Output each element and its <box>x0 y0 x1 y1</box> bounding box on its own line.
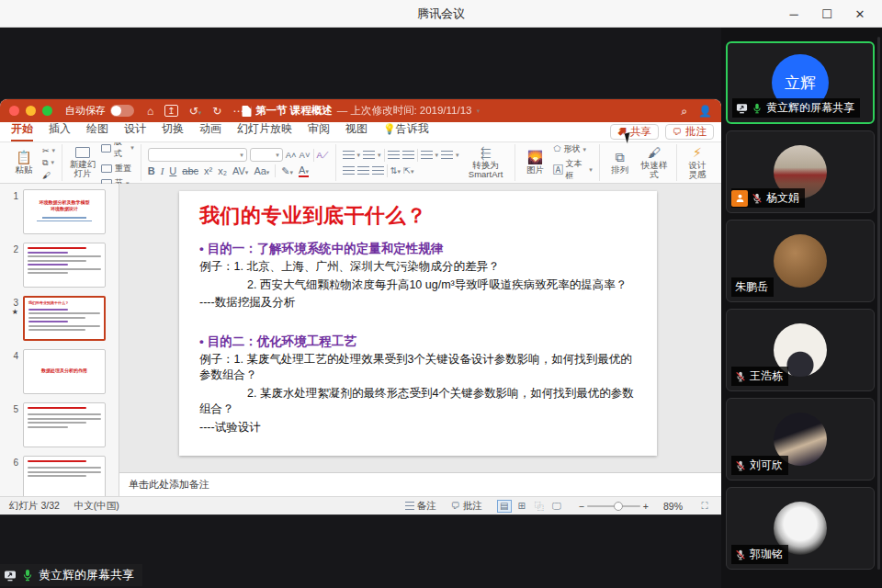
notes-button[interactable]: 备注 <box>405 500 436 513</box>
superscript-button[interactable]: x² <box>204 165 212 176</box>
tab-transitions[interactable]: 切换 <box>162 121 184 141</box>
thumbnail-row-1[interactable]: 1 环境数据分析及数学模型 环境数据设计 <box>0 189 119 234</box>
mac-close-icon[interactable] <box>9 106 19 116</box>
font-color-icon[interactable]: A▾ <box>299 164 309 177</box>
participant-tile[interactable]: 朱鹏岳 <box>726 220 875 302</box>
bold-button[interactable]: B <box>148 165 155 176</box>
thumbnail-row-2[interactable]: 2 <box>0 243 119 288</box>
maximize-icon[interactable]: ☐ <box>810 0 843 28</box>
screenshare-icon <box>4 569 17 582</box>
cut-icon[interactable]: ✂▾ <box>42 146 55 155</box>
reset-button[interactable]: 重置 <box>101 163 134 175</box>
fit-to-window-icon[interactable]: ⛶ <box>697 500 712 513</box>
grow-font-icon[interactable]: A˄ <box>286 150 297 160</box>
normal-view-button[interactable]: ▤ <box>497 500 512 513</box>
slide-thumbnail[interactable]: 环境数据分析及数学模型 环境数据设计 <box>23 189 106 234</box>
indent-increase-icon[interactable] <box>402 151 414 160</box>
slide-thumbnail[interactable]: 数据处理及分析的作用 <box>23 349 106 394</box>
reading-view-button[interactable]: ⿻ <box>532 500 547 513</box>
autosave-toggle[interactable] <box>110 105 134 117</box>
tab-slideshow[interactable]: 幻灯片放映 <box>237 121 292 141</box>
text-direction-icon[interactable]: ⇅▾ <box>390 165 401 175</box>
strikethrough-button[interactable]: abc <box>182 165 198 176</box>
close-icon[interactable]: ✕ <box>843 0 876 28</box>
bullets-icon[interactable] <box>343 151 355 160</box>
design-ideas-button[interactable]: ⚡ 设计灵感 <box>684 146 711 179</box>
comment-button[interactable]: 🗩 批注 <box>665 124 714 140</box>
clear-format-icon[interactable]: A⟋ <box>317 150 329 161</box>
zoom-slider[interactable] <box>587 505 640 507</box>
language-indicator[interactable]: 中文(中国) <box>74 500 119 513</box>
format-painter-icon[interactable]: 🖌 <box>42 171 55 180</box>
redo-icon[interactable]: ↻ <box>212 105 221 118</box>
share-user-icon[interactable]: 👤 <box>698 105 712 118</box>
arrange-button[interactable]: ⧉ 排列 <box>606 151 634 175</box>
home-icon[interactable]: ⌂ <box>147 105 153 118</box>
align-left-icon[interactable] <box>343 166 355 175</box>
shrink-font-icon[interactable]: A˅ <box>300 150 311 160</box>
font-select[interactable]: ▾ <box>148 148 247 162</box>
text-highlight-icon[interactable]: ✎▾ <box>281 165 293 177</box>
zoom-out-button[interactable]: − <box>579 501 584 512</box>
slide-sorter-button[interactable]: ⊞ <box>514 500 529 513</box>
italic-button[interactable]: I <box>161 165 164 176</box>
tab-tellme[interactable]: 💡告诉我 <box>383 121 429 141</box>
tab-home[interactable]: 开始 <box>11 121 33 141</box>
comments-button[interactable]: 🗩批注 <box>451 500 482 513</box>
picture-button[interactable]: 🌄 图片 <box>522 151 549 175</box>
columns-icon[interactable] <box>441 151 453 160</box>
slide-thumbnail[interactable] <box>23 243 106 288</box>
participant-tile[interactable]: 王浩栋 <box>726 309 875 391</box>
paste-button[interactable]: 📋 粘贴 <box>10 151 38 175</box>
mac-minimize-icon[interactable] <box>26 106 36 116</box>
tab-draw[interactable]: 绘图 <box>86 121 108 141</box>
share-button[interactable]: 🢅 共享 <box>610 124 659 140</box>
save-icon[interactable]: ↥ <box>164 105 177 117</box>
slide-thumbnail-selected[interactable]: 我们的专业到底干什么？ <box>23 296 106 341</box>
font-size-select[interactable]: ▾ <box>250 148 283 162</box>
notes-placeholder: 单击此处添加备注 <box>129 478 209 492</box>
align-justify-icon[interactable] <box>372 166 384 175</box>
new-slide-button[interactable]: 新建幻灯片 <box>69 147 96 178</box>
textbox-button[interactable]: 🄰文本框▾ <box>554 158 593 182</box>
tab-insert[interactable]: 插入 <box>49 121 71 141</box>
current-slide[interactable]: 我们的专业到底干什么？ •目的一：了解环境系统中的定量和定性规律 例子：1. 北… <box>179 191 657 456</box>
thumbnail-row-6[interactable]: 6 <box>0 456 119 496</box>
participant-tile[interactable]: 杨文娟 <box>726 130 875 213</box>
subscript-button[interactable]: x₂ <box>218 165 227 176</box>
tab-animations[interactable]: 动画 <box>199 121 221 141</box>
search-icon[interactable]: ⌕ <box>681 105 687 118</box>
chevron-down-icon[interactable]: ▾ <box>476 107 480 115</box>
slideshow-button[interactable]: 🖵 <box>549 500 564 513</box>
zoom-in-button[interactable]: + <box>643 501 649 512</box>
participant-tile[interactable]: 刘可欣 <box>726 398 875 481</box>
convert-smartart-button[interactable]: ⬱ 转换为SmartArt <box>464 146 508 179</box>
undo-icon[interactable]: ↺▾ <box>189 105 202 118</box>
mac-zoom-icon[interactable] <box>42 106 52 116</box>
participant-tile[interactable]: 郭珈铭 <box>726 487 875 570</box>
minimize-icon[interactable]: ─ <box>777 0 810 28</box>
participant-tile-sharer[interactable]: 立辉 黄立辉的屏幕共享 <box>726 41 875 124</box>
quick-styles-button[interactable]: 🖌 快速样式 <box>639 146 670 179</box>
tab-review[interactable]: 审阅 <box>308 121 330 141</box>
char-spacing-button[interactable]: AV▾ <box>232 165 248 176</box>
align-text-icon[interactable]: ⇱▾ <box>403 165 413 175</box>
underline-button[interactable]: U <box>169 165 176 176</box>
line-spacing-icon[interactable] <box>421 151 433 160</box>
align-center-icon[interactable] <box>357 166 369 175</box>
slide-thumbnail[interactable] <box>23 402 106 447</box>
zoom-level[interactable]: 89% <box>663 501 683 512</box>
notes-pane[interactable]: 单击此处添加备注 <box>119 472 721 496</box>
tab-view[interactable]: 视图 <box>345 121 368 141</box>
tab-design[interactable]: 设计 <box>124 121 146 141</box>
copy-icon[interactable]: ⧉▾ <box>42 158 55 168</box>
sidebar-scrollbar[interactable] <box>877 37 880 570</box>
thumbnail-row-5[interactable]: 5 <box>0 402 119 447</box>
thumbnail-row-4[interactable]: 4 数据处理及分析的作用 <box>0 349 119 394</box>
slide-thumbnail[interactable] <box>23 456 106 496</box>
numbering-icon[interactable] <box>363 151 375 160</box>
change-case-button[interactable]: Aa▾ <box>254 165 269 176</box>
shapes-button[interactable]: ⬠形状▾ <box>554 143 593 155</box>
thumbnail-row-3[interactable]: 3 ★ 我们的专业到底干什么？ <box>0 296 119 341</box>
indent-decrease-icon[interactable] <box>388 151 400 160</box>
